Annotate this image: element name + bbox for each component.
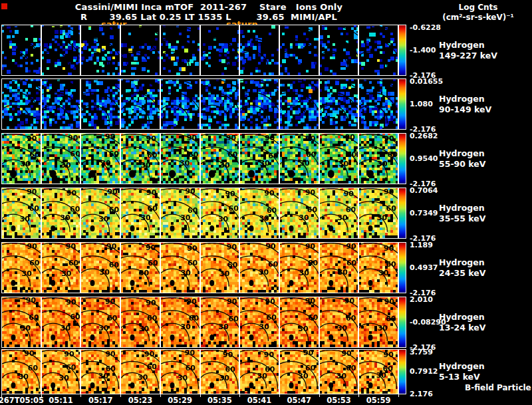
colorbar-units-line2: (cm²-sr-s-keV)⁻¹ [426,13,531,23]
species-label: Hydrogen [439,361,485,372]
species-label: Hydrogen [439,148,485,159]
colorbar-tick-min: 2.176 [410,390,433,398]
row-label-2: Hydrogen90-149 keV [439,94,491,115]
axis-tick [120,394,121,397]
axis-tick [279,394,280,397]
axis-tick [398,394,399,397]
colorbar-tick-max: 2.010 [410,295,433,304]
colorbar-tick-mid: -1.400 [410,46,436,55]
colorbar-row-2 [398,78,406,130]
plot-subtitle: R 39.65 Lat 0.25 LT 1535 L 39.65 MIMI/AP… [0,12,418,22]
colorbar-tick-max: 1.189 [410,241,433,249]
energy-label: 35-55 keV [439,213,485,224]
colorbar-row-5 [398,242,406,293]
spectrogram-row-7-canvas [1,349,398,394]
species-label: Hydrogen [439,312,485,323]
colorbar-row-7 [398,349,406,394]
colorbar-row-4 [398,188,406,239]
colorbar-row-1 [398,25,406,76]
species-label: Hydrogen [439,203,485,213]
plot-root: Cassini/MIMI Inca mTOF 2011-267 Stare Io… [0,0,532,405]
spectrogram-row-6-canvas [1,297,398,348]
colorbar-tick-mid: 1.080 [410,100,433,108]
species-label: Hydrogen [439,40,497,51]
row-label-4: Hydrogen35-55 keV [439,203,485,224]
colorbar-tick-max: 0.01655 [410,77,443,86]
colorbar-tick-max: 3.759 [410,348,433,356]
spectrogram-row-6: 2.010-0.08290-2.176Hydrogen13-24 keV [0,297,532,348]
colorbar-row-6 [398,297,406,348]
row-label-3: Hydrogen55-90 keV [439,148,485,170]
plot-title: Cassini/MIMI Inca mTOF 2011-267 Stare Io… [0,2,418,12]
row-label-5: Hydrogen24-35 keV [439,257,485,279]
energy-label: 55-90 keV [439,159,485,170]
colorbar-tick-mid: 0.7912 [410,367,438,376]
energy-label: 13-24 keV [439,323,485,333]
colorbar-units-line1: Log Cnts [426,3,531,13]
axis-tick [358,394,359,397]
energy-label: 5-13 keV [439,372,485,382]
colorbar-tick-mid: 0.7349 [410,209,438,217]
spectrogram-row-3-canvas [1,133,398,184]
red-marker [1,3,7,9]
axis-tick [239,394,240,397]
time-label: 05:59 [350,396,406,405]
spectrogram-row-1: -0.6228-1.400-2.176Hydrogen149-227 keV [0,25,532,76]
colorbar-tick-max: 0.2682 [410,132,438,140]
spectrogram-row-5: 1.1890.4937-2.176Hydrogen24-35 keV [0,242,532,293]
axis-tick [160,394,161,397]
colorbar-tick-mid: 0.4937 [410,263,438,272]
spectrogram-row-7: 3.7590.79122.176Hydrogen5-13 keV [0,349,532,394]
energy-label: 90-149 keV [439,104,491,115]
spectrogram-row-2-canvas [1,78,398,130]
axis-tick [1,394,2,397]
spectrogram-row-2: 0.016551.080-2.176Hydrogen90-149 keV [0,78,532,130]
energy-label: 149-227 keV [439,51,497,61]
row-label-1: Hydrogen149-227 keV [439,40,497,61]
species-label: Hydrogen [439,94,491,104]
spectrogram-row-5-canvas [1,242,398,293]
colorbar-tick-max: 0.7064 [410,186,438,195]
spectrogram-row-1-canvas [1,25,398,76]
colorbar-units: Log Cnts (cm²-sr-s-keV)⁻¹ [426,3,531,23]
row-label-7: Hydrogen5-13 keV [439,361,485,382]
spectrogram-row-3: 0.26820.9540-2.176Hydrogen55-90 keV [0,133,532,184]
colorbar-tick-max: -0.6228 [410,23,441,32]
row-label-6: Hydrogen13-24 keV [439,312,485,333]
colorbar-tick-mid: 0.9540 [410,154,438,163]
energy-label: 24-35 keV [439,268,485,279]
axis-tick [41,394,42,397]
spectrogram-row-4-canvas [1,188,398,239]
colorbar-row-3 [398,133,406,184]
species-label: Hydrogen [439,257,485,268]
axis-tick [319,394,320,397]
bfield-flow-label: B-field Particle Flow [465,383,532,392]
spectrogram-row-4: 0.70640.7349-2.176Hydrogen35-55 keV [0,188,532,239]
axis-tick [80,394,81,397]
axis-tick [200,394,201,397]
